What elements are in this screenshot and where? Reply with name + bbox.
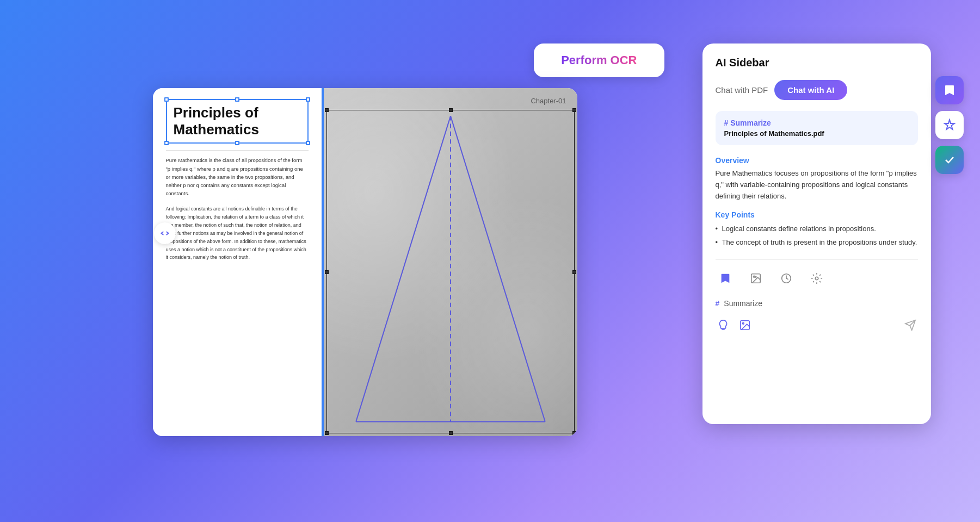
handle-bottom-right[interactable]	[306, 141, 310, 145]
bulb-icon[interactable]	[716, 318, 731, 333]
send-button[interactable]	[903, 318, 918, 333]
code-icon-wrapper[interactable]	[154, 222, 176, 244]
float-icon-ai[interactable]	[935, 111, 964, 139]
right-side: AI Sidebar Chat with PDF Chat with AI # …	[702, 44, 931, 424]
bookmark-icon	[719, 272, 731, 284]
pdf-left-panel: Principles of Mathematics Pure Mathemati…	[153, 88, 322, 436]
svg-line-1	[451, 116, 545, 421]
handle-bottom-center[interactable]	[235, 141, 239, 145]
svg-line-0	[356, 116, 451, 421]
pdf-title: Principles of Mathematics	[174, 104, 301, 138]
img-handle-bc[interactable]	[449, 431, 453, 435]
code-icon	[159, 228, 170, 239]
float-icon-bookmark[interactable]	[935, 76, 964, 104]
img-handle-mr[interactable]	[572, 270, 576, 274]
title-selection-box[interactable]: Principles of Mathematics	[166, 99, 309, 144]
overview-label: Overview	[716, 156, 918, 165]
send-icon	[904, 319, 916, 331]
toolbar-icon-settings[interactable]	[807, 269, 827, 288]
sidebar-title: AI Sidebar	[716, 57, 918, 69]
img-handle-br[interactable]	[572, 431, 576, 435]
triangle-svg	[327, 110, 574, 433]
float-bookmark-icon	[943, 84, 956, 97]
handle-top-center[interactable]	[235, 97, 239, 102]
pdf-paragraph1: Pure Mathematics is the class of all pro…	[166, 156, 309, 197]
bottom-input-row	[716, 312, 918, 333]
second-hash: #	[716, 299, 720, 308]
second-summarize-label: Summarize	[724, 299, 762, 308]
key-point-2: The concept of truth is present in the p…	[716, 237, 918, 248]
key-points-list: Logical constants define relations in pr…	[716, 223, 918, 248]
pdf-paragraph2: And logical constants are all notions de…	[166, 205, 309, 262]
ocr-button[interactable]: Perform OCR	[534, 44, 664, 77]
main-container: Perform OCR Principles of Mathematics	[28, 22, 953, 500]
ocr-button-label: Perform OCR	[561, 53, 637, 67]
summarize-hash: # Summarize	[724, 119, 909, 127]
img-handle-tc[interactable]	[449, 108, 453, 112]
svg-point-9	[815, 277, 818, 280]
img-handle-tr[interactable]	[572, 108, 576, 112]
float-check-icon	[943, 153, 956, 166]
settings-icon	[811, 272, 823, 284]
img-handle-tl[interactable]	[325, 108, 329, 112]
history-icon	[780, 272, 792, 284]
floating-panel	[935, 76, 964, 174]
img-handle-ml[interactable]	[325, 270, 329, 274]
tab-chat-with-pdf[interactable]: Chat with PDF	[716, 81, 768, 99]
image-upload-icon[interactable]	[737, 318, 753, 333]
pdf-divider-line	[166, 150, 309, 151]
svg-point-12	[742, 322, 744, 324]
svg-point-5	[753, 276, 755, 277]
tab-row: Chat with PDF Chat with AI	[716, 80, 918, 100]
key-point-1: Logical constants define relations in pr…	[716, 223, 918, 235]
toolbar-icon-bookmark[interactable]	[716, 269, 735, 288]
pdf-viewer: Principles of Mathematics Pure Mathemati…	[153, 88, 577, 436]
sidebar-toolbar	[716, 259, 918, 295]
toolbar-icon-history[interactable]	[776, 269, 796, 288]
handle-top-right[interactable]	[306, 97, 310, 102]
img-handle-bl[interactable]	[325, 431, 329, 435]
lightbulb-icon	[717, 319, 729, 331]
float-ai-icon	[943, 119, 956, 132]
ai-sidebar: AI Sidebar Chat with PDF Chat with AI # …	[702, 44, 931, 424]
key-points-label: Key Points	[716, 210, 918, 219]
image-icon	[739, 319, 751, 331]
tab-chat-with-ai[interactable]: Chat with AI	[774, 80, 847, 100]
second-summarize-row: # Summarize	[716, 295, 918, 312]
pdf-right-panel: Chapter-01	[324, 88, 577, 436]
handle-bottom-left[interactable]	[164, 141, 169, 145]
chapter-label: Chapter-01	[531, 97, 566, 105]
ocr-button-wrapper: Perform OCR	[534, 44, 664, 77]
summarize-card: # Summarize Principles of Mathematics.pd…	[716, 111, 918, 145]
toolbar-icon-add-image[interactable]	[746, 269, 766, 288]
overview-text: Pure Mathematics focuses on propositions…	[716, 168, 918, 202]
float-icon-check[interactable]	[935, 146, 964, 174]
summarize-filename: Principles of Mathematics.pdf	[724, 129, 909, 138]
left-side: Perform OCR Principles of Mathematics	[50, 44, 681, 436]
handle-top-left[interactable]	[164, 97, 169, 102]
add-image-icon	[750, 272, 762, 284]
pdf-body-section: And logical constants are all notions de…	[166, 205, 309, 262]
image-selection-box[interactable]	[326, 110, 575, 433]
